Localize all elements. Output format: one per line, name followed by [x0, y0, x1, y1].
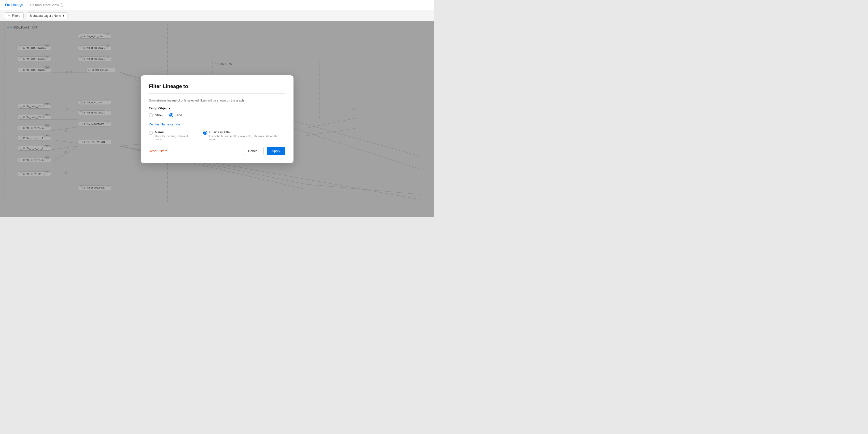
filter-lineage-modal: Filter Lineage to: Downstream lineage of… — [141, 75, 293, 163]
name-radio-desc: Uses the default, technical name — [155, 135, 195, 141]
temp-objects-label: Temp Objects — [149, 106, 285, 110]
tab-column-trace[interactable]: Column Trace View i — [29, 0, 64, 10]
info-icon[interactable]: i — [60, 3, 63, 7]
name-radio-text: Name Uses the default, technical name — [155, 130, 195, 141]
apply-button[interactable]: Apply — [267, 147, 285, 155]
modal-overlay: Filter Lineage to: Downstream lineage of… — [0, 21, 434, 217]
footer-buttons: Cancel Apply — [243, 147, 285, 155]
modal-subtitle: Downstream lineage of only selected filt… — [149, 99, 285, 102]
business-title-radio-desc: Uses the business title if available, ot… — [209, 135, 285, 141]
modal-divider — [149, 93, 285, 94]
lineage-canvas: ▾ ❄ SNOWFLAKE – OCF ▾ ⬡ TABLEAU TMP › ⊞ … — [0, 21, 434, 217]
business-title-radio-text: Business Title Uses the business title i… — [209, 130, 285, 141]
business-title-radio-circle[interactable] — [203, 131, 207, 135]
hide-radio-circle[interactable] — [169, 113, 173, 117]
show-radio-label: Show — [155, 113, 163, 117]
modal-footer: Reset Filters Cancel Apply — [149, 147, 285, 155]
toolbar: Filters Metadata Layer : None ▾ — [0, 10, 434, 21]
filters-button[interactable]: Filters — [4, 12, 24, 19]
display-name-radio-group: Name Uses the default, technical name Bu… — [149, 130, 285, 141]
tab-full-lineage[interactable]: Full Lineage — [4, 0, 24, 10]
reset-filters-link[interactable]: Reset Filters — [149, 149, 167, 153]
modal-title: Filter Lineage to: — [149, 84, 285, 89]
display-name-section-label[interactable]: Display Name or Title — [149, 122, 285, 126]
cancel-button[interactable]: Cancel — [243, 147, 264, 155]
business-title-radio-option[interactable]: Business Title Uses the business title i… — [203, 130, 285, 141]
hide-radio-label: Hide — [175, 113, 182, 117]
name-radio-circle[interactable] — [149, 131, 153, 135]
name-radio-title: Name — [155, 130, 195, 134]
hide-radio-option[interactable]: Hide — [169, 113, 182, 117]
show-radio-circle[interactable] — [149, 113, 153, 117]
show-radio-option[interactable]: Show — [149, 113, 163, 117]
top-navigation: Full Lineage Column Trace View i — [0, 0, 434, 10]
business-title-radio-title: Business Title — [209, 130, 285, 134]
metadata-layer-button[interactable]: Metadata Layer : None ▾ — [27, 12, 67, 19]
name-radio-option[interactable]: Name Uses the default, technical name — [149, 130, 195, 141]
temp-objects-radio-group: Show Hide — [149, 113, 285, 117]
filter-icon — [7, 14, 10, 17]
